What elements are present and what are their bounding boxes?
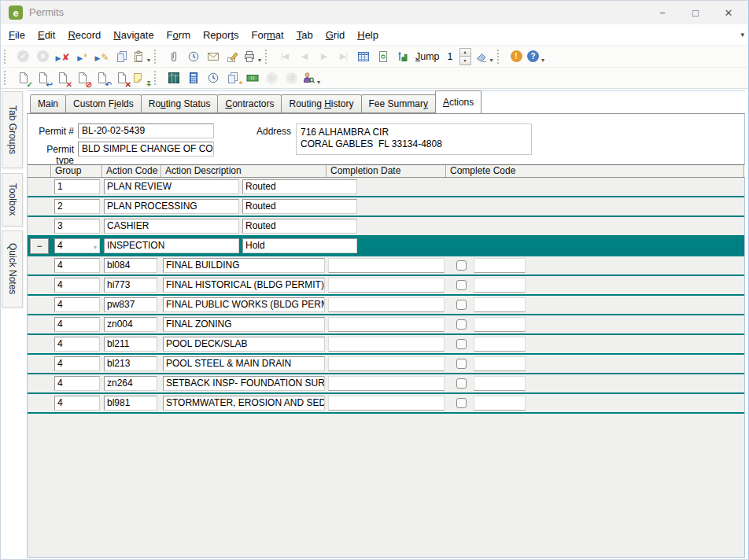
menu-tab[interactable]: Tab [290, 25, 319, 45]
group-status-field[interactable]: Routed [242, 179, 357, 194]
routing-group-row[interactable]: 3CASHIERRouted [28, 217, 744, 237]
map-icon[interactable] [164, 69, 183, 87]
copy-add-icon[interactable]: * [223, 69, 242, 87]
complete-code-field[interactable] [474, 396, 526, 411]
inspector-icon-dropdown-icon[interactable]: ▾ [317, 79, 320, 87]
complete-code-field[interactable] [474, 258, 526, 273]
complete-code-field[interactable] [474, 278, 526, 293]
menu-navigate[interactable]: Navigate [107, 25, 160, 45]
complete-checkbox[interactable] [456, 260, 467, 271]
print-icon-dropdown-icon[interactable]: ▾ [258, 57, 261, 65]
routing-group-row[interactable]: 1PLAN REVIEWRouted [28, 178, 744, 197]
group-status-field[interactable]: Routed [242, 219, 357, 234]
paste-icon[interactable]: ▾ [132, 47, 150, 65]
menu-edit[interactable]: Edit [31, 25, 61, 45]
doc-delete-icon[interactable]: ✕ [113, 69, 131, 87]
action-description-field[interactable]: FINAL HISTORICAL (BLDG PERMIT) [163, 278, 325, 293]
tab-routing-history[interactable]: Routing History [281, 94, 361, 113]
complete-checkbox[interactable] [456, 378, 467, 389]
new-record-icon[interactable]: ▶* [73, 47, 91, 65]
sidebar-tab-toolbox[interactable]: Toolbox [2, 173, 23, 227]
edit-record-icon[interactable]: ▶✎ [93, 47, 111, 65]
action-detail-row[interactable]: 4pw837FINAL PUBLIC WORKS (BLDG PERMIT) [28, 296, 744, 315]
completion-date-field[interactable] [328, 396, 445, 411]
menu-format[interactable]: Format [245, 25, 290, 45]
group-number-field[interactable]: 1 [54, 179, 100, 194]
group-number-field[interactable]: 3 [54, 219, 100, 234]
doc-undo-icon[interactable]: ↶ [93, 69, 111, 87]
completion-date-field[interactable] [328, 297, 445, 312]
history-icon[interactable] [184, 47, 202, 65]
tab-fee-summary[interactable]: Fee Summary [361, 94, 436, 113]
action-description-field[interactable]: FINAL PUBLIC WORKS (BLDG PERMIT) [163, 297, 325, 312]
grid-view-icon[interactable] [354, 47, 372, 65]
jump-spin-down-icon[interactable]: ▼ [459, 56, 471, 65]
doc-return-icon[interactable]: ↩ [34, 69, 52, 87]
action-code-field[interactable]: bl981 [104, 396, 157, 411]
calculator-icon[interactable] [184, 69, 202, 87]
group-description-field[interactable]: PLAN REVIEW [104, 179, 239, 194]
action-code-field[interactable]: pw837 [104, 297, 157, 312]
completion-date-field[interactable] [328, 337, 445, 352]
group-number-field[interactable]: 4 [54, 396, 100, 411]
tab-main[interactable]: Main [30, 94, 66, 113]
action-description-field[interactable]: STORMWATER, EROSION AND SEDIME [163, 396, 325, 411]
group-description-field[interactable]: INSPECTION [104, 238, 239, 253]
attachment-icon[interactable] [164, 47, 183, 65]
group-status-field[interactable]: Routed [242, 199, 357, 214]
menu-overflow-icon[interactable]: ▾ [740, 31, 744, 39]
group-number-field[interactable]: 4 [54, 317, 100, 332]
clock-icon[interactable] [204, 69, 222, 87]
tab-actions[interactable]: Actions [435, 90, 482, 113]
address-field[interactable]: 716 ALHAMBRA CIR CORAL GABLES FL 33134-4… [296, 123, 532, 155]
help-icon[interactable]: ?▾ [527, 47, 545, 65]
action-code-field[interactable]: zn264 [104, 376, 157, 391]
group-number-field[interactable]: 4 [54, 258, 100, 273]
completion-date-field[interactable] [328, 278, 445, 293]
complete-checkbox[interactable] [456, 398, 467, 408]
maximize-button[interactable]: □ [679, 1, 712, 24]
tab-contractors[interactable]: Contractors [217, 94, 282, 113]
action-detail-row[interactable]: 4bl213POOL STEEL & MAIN DRAIN [28, 355, 744, 374]
complete-checkbox[interactable] [456, 319, 467, 330]
group-number-field[interactable]: 4▾ [54, 238, 100, 253]
column-header-action-code[interactable]: Action Code [102, 165, 161, 177]
permit-number-field[interactable]: BL-20-02-5439 [78, 123, 214, 138]
copy-icon[interactable] [113, 47, 131, 65]
sidebar-tab-tab-groups[interactable]: Tab Groups [2, 91, 23, 168]
action-detail-row[interactable]: 4bl211POOL DECK/SLAB [28, 335, 744, 355]
action-description-field[interactable]: POOL STEEL & MAIN DRAIN [163, 356, 325, 371]
action-description-field[interactable]: POOL DECK/SLAB [163, 337, 325, 352]
menu-file[interactable]: File [2, 25, 31, 45]
tab-routing-status[interactable]: Routing Status [141, 94, 219, 113]
action-code-field[interactable]: bl211 [104, 337, 157, 352]
delete-record-icon[interactable]: ▶✘ [54, 47, 72, 65]
action-code-field[interactable]: hi773 [104, 278, 157, 293]
action-description-field[interactable]: FINAL BUILDING [163, 258, 325, 273]
complete-checkbox[interactable] [456, 300, 467, 310]
group-number-field[interactable]: 4 [54, 297, 100, 312]
group-number-field[interactable]: 2 [54, 199, 100, 214]
group-status-field[interactable]: Hold [242, 238, 357, 253]
group-description-field[interactable]: CASHIER [104, 219, 239, 234]
complete-checkbox[interactable] [456, 280, 467, 290]
group-dropdown-icon[interactable]: ▾ [94, 241, 97, 253]
complete-checkbox[interactable] [456, 339, 467, 349]
menu-help[interactable]: Help [351, 25, 385, 45]
completion-date-field[interactable] [328, 258, 445, 273]
minimize-button[interactable]: − [646, 1, 679, 24]
action-detail-row[interactable]: 4bl084FINAL BUILDING [28, 256, 744, 276]
sort-records-icon[interactable] [393, 47, 411, 65]
action-code-field[interactable]: bl084 [104, 258, 157, 273]
inspector-icon[interactable]: ▾ [302, 69, 320, 87]
completion-date-field[interactable] [328, 376, 445, 391]
complete-checkbox[interactable] [456, 359, 467, 369]
action-detail-row[interactable]: 4zn004FINAL ZONING [28, 315, 744, 335]
mail-icon[interactable] [204, 47, 222, 65]
group-number-field[interactable]: 4 [54, 337, 100, 352]
sign-icon[interactable] [223, 47, 242, 65]
jump-value-field[interactable]: 1 [448, 51, 453, 62]
routing-group-row[interactable]: −4▾INSPECTIONHold [28, 237, 744, 256]
column-header-group[interactable]: Group [51, 165, 102, 177]
action-detail-row[interactable]: 4hi773FINAL HISTORICAL (BLDG PERMIT) [28, 276, 744, 296]
